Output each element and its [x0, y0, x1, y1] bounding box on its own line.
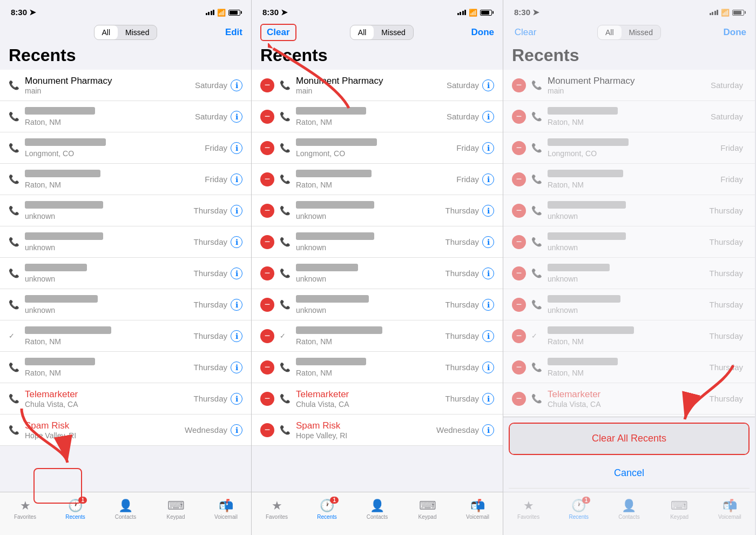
clear-button[interactable]: Clear: [260, 24, 296, 41]
info-button[interactable]: ℹ: [482, 236, 494, 248]
call-sub: Raton, NM: [296, 369, 445, 377]
blurred-name: [548, 264, 610, 271]
call-day: Thursday: [193, 331, 227, 340]
delete-button[interactable]: −: [260, 172, 274, 186]
nav-right-button[interactable]: Edit: [215, 27, 242, 38]
call-name: Spam Risk: [296, 420, 436, 431]
call-info: Raton, NM: [25, 107, 195, 126]
tab-recents[interactable]: 🕐 1 Recents: [563, 499, 595, 520]
tab-voicemail[interactable]: 📬 Voicemail: [713, 499, 746, 520]
delete-button[interactable]: −: [512, 266, 526, 280]
info-button[interactable]: ℹ: [482, 142, 494, 154]
nav-left-button[interactable]: Clear: [512, 27, 539, 38]
info-button[interactable]: ℹ: [231, 268, 242, 279]
tab-recents[interactable]: 🕐 1 Recents: [59, 499, 92, 520]
tab-contacts[interactable]: 👤 Contacts: [613, 499, 645, 520]
call-item: − 📞 unknown Thursday: [503, 289, 755, 320]
tab-favorites[interactable]: ★ Favorites: [512, 499, 545, 520]
delete-button[interactable]: −: [260, 78, 274, 92]
delete-button[interactable]: −: [512, 329, 526, 343]
delete-button[interactable]: −: [260, 298, 274, 312]
blurred-name: [296, 138, 377, 146]
tab-icon-keypad: ⌨: [671, 499, 688, 513]
phone-icon: 📞: [531, 143, 542, 153]
info-button[interactable]: ℹ: [231, 330, 242, 342]
info-button[interactable]: ℹ: [231, 236, 242, 248]
info-button[interactable]: ℹ: [231, 424, 242, 436]
delete-button[interactable]: −: [260, 266, 274, 280]
tab-keypad[interactable]: ⌨ Keypad: [411, 499, 444, 520]
delete-button[interactable]: −: [512, 172, 526, 186]
info-button[interactable]: ℹ: [231, 79, 242, 91]
delete-button[interactable]: −: [260, 110, 274, 124]
filter-pill-missed[interactable]: Missed: [374, 25, 413, 39]
delete-button[interactable]: −: [512, 204, 526, 218]
info-button[interactable]: ℹ: [482, 111, 494, 123]
status-bar: 8:30 ➤ 📶: [0, 0, 251, 22]
filter-pill-all[interactable]: All: [94, 25, 118, 39]
filter-pill-all[interactable]: All: [350, 25, 374, 39]
delete-button[interactable]: −: [260, 204, 274, 218]
delete-button[interactable]: −: [260, 360, 274, 374]
tab-favorites[interactable]: ★ Favorites: [9, 499, 42, 520]
info-button[interactable]: ℹ: [231, 205, 242, 217]
info-button[interactable]: ℹ: [482, 393, 494, 405]
call-sub: unknown: [25, 212, 193, 220]
clear-all-recents-button[interactable]: Clear All Recents: [510, 424, 748, 454]
call-item: ✓ Raton, NM Thursday ℹ: [0, 320, 251, 352]
delete-button[interactable]: −: [512, 110, 526, 124]
tab-contacts[interactable]: 👤 Contacts: [110, 499, 142, 520]
cancel-button[interactable]: Cancel: [509, 458, 750, 489]
call-item: − 📞 unknown Thursday: [503, 226, 755, 258]
delete-button[interactable]: −: [260, 235, 274, 249]
delete-button[interactable]: −: [512, 360, 526, 374]
filter-pill-missed[interactable]: Missed: [118, 25, 157, 39]
tab-contacts[interactable]: 👤 Contacts: [361, 499, 394, 520]
info-button[interactable]: ℹ: [231, 142, 242, 154]
delete-button[interactable]: −: [512, 235, 526, 249]
info-button[interactable]: ℹ: [482, 362, 494, 373]
info-button[interactable]: ℹ: [231, 299, 242, 311]
tab-keypad[interactable]: ⌨ Keypad: [160, 499, 192, 520]
call-name: Monument Pharmacy: [296, 76, 447, 86]
tab-keypad[interactable]: ⌨ Keypad: [663, 499, 696, 520]
filter-pill-all[interactable]: All: [598, 25, 622, 39]
nav-right-button[interactable]: Done: [719, 27, 746, 38]
call-info: Raton, NM: [25, 326, 193, 346]
delete-button[interactable]: −: [260, 423, 274, 437]
info-button[interactable]: ℹ: [231, 362, 242, 373]
delete-button[interactable]: −: [260, 141, 274, 155]
tab-recents[interactable]: 🕐 1 Recents: [311, 499, 343, 520]
delete-button[interactable]: −: [512, 392, 526, 406]
tab-voicemail[interactable]: 📬 Voicemail: [210, 499, 242, 520]
filter-pills: AllMissed: [597, 25, 661, 40]
call-day: Friday: [720, 175, 743, 184]
info-button[interactable]: ℹ: [482, 330, 494, 342]
info-button[interactable]: ℹ: [231, 173, 242, 185]
info-button[interactable]: ℹ: [482, 79, 494, 91]
nav-right-button[interactable]: Done: [467, 27, 494, 38]
tab-favorites[interactable]: ★ Favorites: [261, 499, 293, 520]
tab-voicemail[interactable]: 📬 Voicemail: [462, 499, 494, 520]
delete-button[interactable]: −: [260, 392, 274, 406]
call-item: − 📞 Telemarketer Chula Vista, CA Thursda…: [252, 383, 503, 414]
tab-icon-favorites: ★: [523, 499, 534, 513]
info-button[interactable]: ℹ: [482, 299, 494, 311]
call-sub: unknown: [296, 275, 445, 283]
phone-icon: 📞: [280, 174, 291, 184]
info-button[interactable]: ℹ: [482, 173, 494, 185]
info-button[interactable]: ℹ: [231, 393, 242, 405]
info-button[interactable]: ℹ: [231, 111, 242, 123]
delete-button[interactable]: −: [512, 141, 526, 155]
call-item: − 📞 Longmont, CO Friday: [503, 132, 755, 164]
delete-button[interactable]: −: [260, 329, 274, 343]
info-button[interactable]: ℹ: [482, 268, 494, 279]
delete-button[interactable]: −: [512, 78, 526, 92]
delete-button[interactable]: −: [512, 298, 526, 312]
call-day: Thursday: [709, 237, 743, 246]
call-info: Raton, NM: [296, 326, 445, 346]
signal-bars-icon: [710, 10, 719, 15]
info-button[interactable]: ℹ: [482, 424, 494, 436]
info-button[interactable]: ℹ: [482, 205, 494, 217]
filter-pill-missed[interactable]: Missed: [622, 25, 660, 39]
